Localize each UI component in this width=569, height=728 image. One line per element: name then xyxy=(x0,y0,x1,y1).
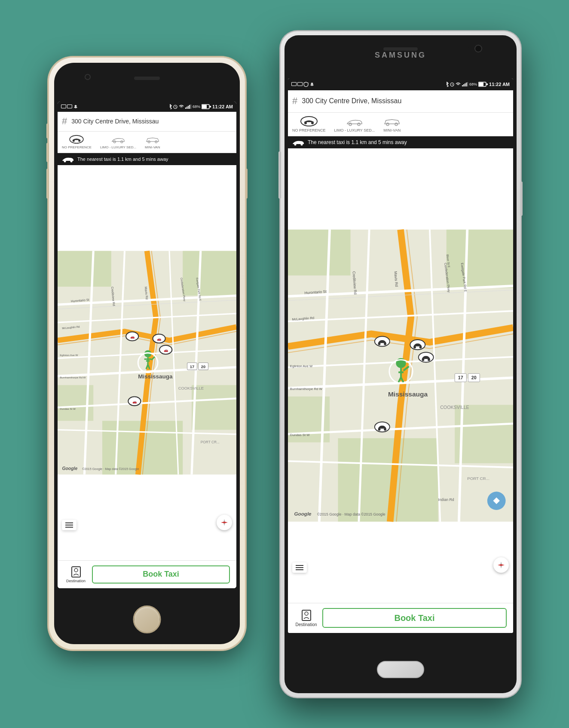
svg-text:©2015 Google · Map data ©2015 : ©2015 Google · Map data ©2015 Google xyxy=(317,512,385,516)
samsung-vol-button[interactable] xyxy=(278,151,281,199)
samsung-inner: SAMSUNG xyxy=(284,35,517,693)
iphone-map-controls[interactable] xyxy=(62,520,76,530)
svg-text:17: 17 xyxy=(458,375,463,380)
svg-point-131 xyxy=(384,428,386,430)
samsung-compass-icon xyxy=(497,561,505,569)
samsung-status-icons-right: 68% 11:22 AM xyxy=(445,82,510,87)
samsung-destination-btn[interactable]: Destination xyxy=(294,609,318,627)
iphone-status-time: 11:22 AM xyxy=(212,104,233,109)
svg-rect-7 xyxy=(202,105,207,108)
samsung-map[interactable]: Hurontario St McLaughlin Rd Eglinton Ave… xyxy=(288,148,513,603)
samsung-vehicle-option-limo[interactable]: LIMO - LUXURY SED... xyxy=(334,116,375,132)
battery-icon xyxy=(202,104,211,109)
svg-text:17: 17 xyxy=(190,364,194,369)
iphone-app-screen: 68% 11:22 AM # 300 City Centre Drive, Mi… xyxy=(58,101,236,588)
samsung-speaker xyxy=(383,47,418,51)
vehicle-option-limo[interactable]: LIMO - LUXURY SED... xyxy=(100,135,136,149)
svg-text:Dundas St W: Dundas St W xyxy=(60,407,76,410)
samsung-map-controls[interactable] xyxy=(292,562,307,573)
hash-symbol: # xyxy=(62,116,67,127)
iphone-vol-down-button[interactable] xyxy=(46,169,49,199)
svg-rect-20 xyxy=(183,251,236,295)
svg-text:Google: Google xyxy=(294,510,312,516)
samsung-status-time: 11:22 AM xyxy=(489,82,510,87)
status-icons-right: 68% 11:22 AM xyxy=(168,104,233,109)
status-icon-2 xyxy=(67,104,72,108)
iphone-inner: 68% 11:22 AM # 300 City Centre Drive, Mi… xyxy=(54,63,240,644)
svg-rect-1 xyxy=(185,108,186,109)
svg-text:©2015 Google · Map data ©2015 : ©2015 Google · Map data ©2015 Google xyxy=(82,467,139,471)
samsung-vehicle-selector: NO PREFERENCE LIMO - LUXURY SED... xyxy=(288,113,513,136)
svg-rect-3 xyxy=(188,106,189,109)
samsung-address-bar[interactable]: # 300 City Centre Drive, Mississau xyxy=(288,90,513,113)
svg-point-82 xyxy=(301,143,303,145)
samsung-hamburger-menu[interactable] xyxy=(296,565,303,570)
samsung-power-button[interactable] xyxy=(520,181,523,216)
samsung-map-svg: Hurontario St McLaughlin Rd Eglinton Ave… xyxy=(288,148,513,603)
iphone-destination-label: Destination xyxy=(66,579,86,583)
svg-rect-85 xyxy=(447,229,513,288)
svg-point-16 xyxy=(64,160,66,162)
samsung-status-icon-2 xyxy=(297,82,303,86)
vehicle-option-no-preference[interactable]: NO PREFERENCE xyxy=(62,135,92,149)
svg-point-127 xyxy=(422,358,424,361)
svg-point-124 xyxy=(413,346,416,348)
samsung-book-taxi-btn[interactable]: Book Taxi xyxy=(322,608,507,628)
samsung-home-button[interactable] xyxy=(377,661,424,678)
dropbox-icon xyxy=(73,104,78,109)
iphone-home-button[interactable] xyxy=(133,605,161,633)
samsung-status-bar: 68% 11:22 AM xyxy=(288,78,513,90)
notification-text: The nearest taxi is 1.1 km and 5 mins aw… xyxy=(77,157,168,162)
iphone-vol-up-button[interactable] xyxy=(46,143,49,162)
iphone-power-button[interactable] xyxy=(245,169,248,199)
samsung-device: SAMSUNG xyxy=(280,31,521,697)
car-icon-minivan xyxy=(145,135,160,144)
iphone-book-taxi-label: Book Taxi xyxy=(143,570,179,579)
svg-point-13 xyxy=(121,141,123,143)
iphone-speaker xyxy=(134,77,160,80)
svg-rect-19 xyxy=(58,251,111,286)
hamburger-menu[interactable] xyxy=(65,522,73,528)
iphone-battery-pct: 68% xyxy=(193,104,200,109)
svg-point-78 xyxy=(358,123,360,126)
car-icon-limo xyxy=(111,135,125,144)
samsung-vehicle-option-minivan[interactable]: MINI-VAN xyxy=(383,116,401,132)
svg-text:COOKSVILLE: COOKSVILLE xyxy=(440,405,469,410)
samsung-compass-btn[interactable] xyxy=(493,557,509,573)
samsung-car-icon-minivan xyxy=(383,116,401,126)
wifi-icon xyxy=(179,104,184,109)
car-icon-no-preference xyxy=(69,135,84,144)
svg-point-10 xyxy=(73,139,75,141)
iphone-book-taxi-btn[interactable]: Book Taxi xyxy=(92,565,230,584)
svg-point-121 xyxy=(378,342,381,345)
iphone-address-bar[interactable]: # 300 City Centre Drive, Mississau xyxy=(58,112,236,132)
samsung-vehicle-label-minivan: MINI-VAN xyxy=(383,128,401,132)
samsung-hamburger-line-3 xyxy=(296,569,303,570)
vehicle-label-minivan: MINI-VAN xyxy=(145,145,160,149)
iphone-destination-btn[interactable]: Destination xyxy=(64,566,88,583)
samsung-status-icon-1 xyxy=(291,82,297,86)
samsung-notification-bar: The nearest taxi is 1.1 km and 5 mins aw… xyxy=(288,136,513,148)
samsung-hamburger-line-1 xyxy=(296,565,303,566)
samsung-status-icons-left xyxy=(291,82,315,87)
svg-text:COOKSVILLE: COOKSVILLE xyxy=(178,386,204,390)
vehicle-label-no-preference: NO PREFERENCE xyxy=(62,145,92,149)
samsung-signal-icon xyxy=(462,82,468,86)
vehicle-option-minivan[interactable]: MINI-VAN xyxy=(145,135,160,149)
iphone-map[interactable]: Hurontario St McLaughlin Rd Eglinton Ave… xyxy=(58,165,236,560)
svg-rect-67 xyxy=(463,84,464,86)
svg-point-75 xyxy=(304,122,307,124)
samsung-vehicle-label-limo: LIMO - LUXURY SED... xyxy=(334,128,375,132)
samsung-vehicle-option-no-preference[interactable]: NO PREFERENCE xyxy=(292,116,326,132)
iphone-mute-button[interactable] xyxy=(46,123,49,138)
destination-icon xyxy=(70,566,82,578)
svg-point-136 xyxy=(305,612,308,615)
svg-point-14 xyxy=(148,141,150,143)
svg-rect-72 xyxy=(479,83,483,86)
iphone-screen: 68% 11:22 AM # 300 City Centre Drive, Mi… xyxy=(58,101,236,588)
svg-rect-70 xyxy=(467,82,468,86)
svg-point-130 xyxy=(378,428,381,430)
samsung-wifi-icon xyxy=(456,82,461,86)
iphone-compass-btn[interactable] xyxy=(217,515,232,530)
samsung-bottom-bar: Destination Book Taxi xyxy=(288,603,513,633)
